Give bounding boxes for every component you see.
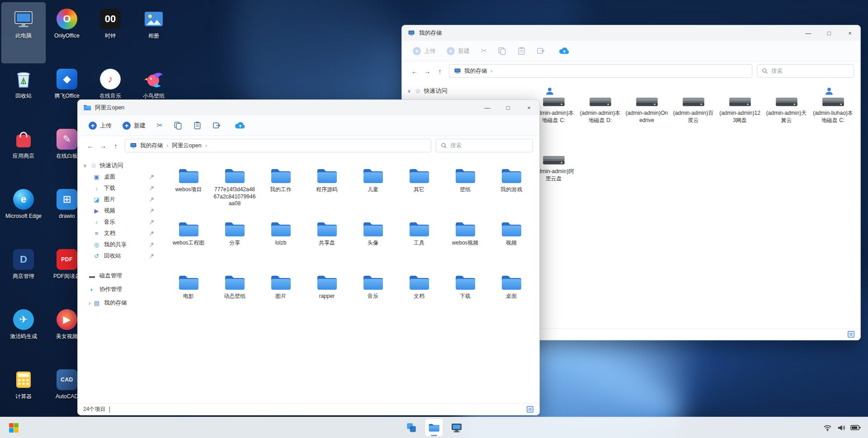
drive-item[interactable]: (admin-admin)本地磁盘 D:: [577, 85, 623, 143]
cloud-sync-icon[interactable]: [235, 122, 246, 129]
folder-item[interactable]: 我的游戏: [488, 165, 534, 218]
sidebar-section[interactable]: › ▤ 我的存储: [82, 296, 162, 310]
upload-button[interactable]: + 上传: [409, 45, 439, 57]
folder-item[interactable]: 壁纸: [442, 165, 488, 218]
cut-icon[interactable]: ✂: [153, 121, 166, 130]
view-toggle-icon[interactable]: [526, 405, 534, 413]
drive-item[interactable]: (admin-admin)天翼云: [763, 85, 810, 143]
pin-icon[interactable]: [149, 219, 155, 225]
desktop-icon[interactable]: D 商店管理: [2, 243, 45, 303]
sidebar-item[interactable]: ↺ 回收站: [82, 250, 162, 262]
sidebar-item[interactable]: ↓ 下载: [82, 183, 162, 194]
move-icon[interactable]: [537, 47, 545, 55]
desktop-icon[interactable]: 00 时钟: [89, 3, 132, 63]
desktop-icon[interactable]: 应用商店: [2, 123, 45, 183]
new-button[interactable]: + 新建: [443, 45, 473, 57]
folder-item[interactable]: 动态壁纸: [212, 272, 258, 325]
close-button[interactable]: ×: [519, 100, 539, 115]
back-button[interactable]: ←: [84, 142, 97, 150]
folder-item[interactable]: 文档: [396, 272, 442, 325]
pin-icon[interactable]: [149, 253, 155, 259]
folder-item[interactable]: 共享盘: [304, 218, 350, 272]
battery-icon[interactable]: [850, 424, 861, 431]
upload-button[interactable]: + 上传: [85, 120, 115, 132]
copy-icon[interactable]: [174, 121, 182, 130]
sidebar-item[interactable]: ◪ 图片: [82, 194, 162, 205]
search-input[interactable]: [450, 142, 528, 149]
copy-icon[interactable]: [498, 47, 506, 55]
address-bar[interactable]: 我的存储: [449, 64, 752, 78]
folder-item[interactable]: 头像: [350, 218, 396, 272]
folder-item[interactable]: 其它: [396, 165, 442, 218]
remote-desktop-button[interactable]: [448, 419, 466, 437]
up-button[interactable]: ↑: [434, 67, 446, 75]
folder-item[interactable]: 下载: [442, 272, 488, 325]
sidebar-item[interactable]: ◎ 我的共享: [82, 239, 162, 250]
address-bar[interactable]: 我的存储阿里云open: [125, 139, 431, 152]
desktop-icon[interactable]: 计算器: [2, 363, 45, 424]
sidebar-item[interactable]: ♪ 音乐: [82, 217, 162, 228]
folder-item[interactable]: 电影: [165, 272, 212, 325]
folder-item[interactable]: 视频: [488, 218, 534, 272]
pin-icon[interactable]: [149, 231, 155, 236]
forward-button[interactable]: →: [97, 142, 109, 150]
view-toggle-icon[interactable]: [847, 330, 855, 338]
drive-item[interactable]: (admin-admin)123网盘: [717, 85, 763, 143]
folder-item[interactable]: 图片: [258, 272, 304, 325]
sidebar-item[interactable]: ▶ 视频: [82, 205, 162, 217]
pin-icon[interactable]: [149, 197, 155, 203]
volume-icon[interactable]: [837, 424, 845, 432]
cloud-sync-icon[interactable]: [559, 47, 570, 55]
pin-icon[interactable]: [149, 174, 155, 180]
folder-item[interactable]: 音乐: [350, 272, 396, 325]
folder-item[interactable]: webos视频: [442, 218, 488, 272]
folder-item[interactable]: 儿童: [350, 165, 396, 218]
paste-icon[interactable]: [517, 47, 526, 55]
move-icon[interactable]: [212, 121, 221, 130]
desktop-icon[interactable]: e Microsoft Edge: [2, 183, 45, 243]
drive-item[interactable]: (admin-admin)百度云: [670, 85, 717, 143]
task-view-button[interactable]: [402, 419, 420, 437]
cut-icon[interactable]: ✂: [477, 46, 491, 56]
folder-item[interactable]: rapper: [304, 272, 350, 325]
desktop-icon[interactable]: 回收站: [2, 63, 45, 123]
desktop-icon[interactable]: 相册: [132, 3, 175, 63]
sidebar-section[interactable]: ▬ 磁盘管理: [82, 269, 162, 283]
breadcrumb-item[interactable]: 我的存储: [140, 142, 172, 150]
quick-access-header[interactable]: ∨ ☆ 快速访问: [82, 160, 162, 171]
minimize-button[interactable]: —: [477, 100, 498, 115]
folder-item[interactable]: webos工程图: [165, 218, 212, 272]
desktop-icon[interactable]: 此电脑: [2, 3, 45, 63]
folder-item[interactable]: 工具: [396, 218, 442, 272]
wifi-icon[interactable]: [823, 424, 832, 432]
sidebar-item[interactable]: ▣ 桌面: [82, 171, 162, 183]
folder-item[interactable]: 分享: [212, 218, 258, 272]
sidebar-item[interactable]: ≡ 文档: [82, 228, 162, 239]
folder-item[interactable]: lolzb: [258, 218, 304, 272]
folder-item[interactable]: 桌面: [488, 272, 534, 325]
close-button[interactable]: ×: [840, 25, 860, 41]
maximize-button[interactable]: □: [498, 100, 519, 115]
pin-icon[interactable]: [149, 208, 155, 214]
breadcrumb-item[interactable]: 阿里云open: [172, 142, 211, 150]
quick-access-header[interactable]: ∨ ☆ 快速访问: [406, 85, 510, 97]
minimize-button[interactable]: —: [798, 25, 819, 41]
desktop-icon[interactable]: O OnlyOffice: [45, 3, 89, 63]
breadcrumb-item[interactable]: 我的存储: [464, 67, 496, 75]
back-button[interactable]: ←: [408, 67, 421, 75]
title-bar[interactable]: 阿里云open — □ ×: [78, 100, 539, 115]
drive-item[interactable]: (admin-liuhao)本地磁盘 C:: [810, 85, 856, 143]
folder-item[interactable]: 777e14f3d42a4867a2c841079946aa08: [212, 165, 258, 218]
folder-item[interactable]: 我的工作: [258, 165, 304, 218]
new-button[interactable]: + 新建: [119, 120, 149, 132]
maximize-button[interactable]: □: [819, 25, 840, 41]
drive-item[interactable]: (admin-admin)Onedrive: [623, 85, 670, 143]
search-box[interactable]: [757, 64, 854, 78]
start-button[interactable]: [5, 419, 23, 437]
pin-icon[interactable]: [149, 185, 155, 191]
folder-item[interactable]: webos项目: [165, 165, 212, 218]
title-bar[interactable]: 我的存储 — □ ×: [402, 25, 860, 41]
pin-icon[interactable]: [149, 242, 155, 248]
paste-icon[interactable]: [193, 121, 202, 130]
up-button[interactable]: ↑: [109, 142, 122, 150]
